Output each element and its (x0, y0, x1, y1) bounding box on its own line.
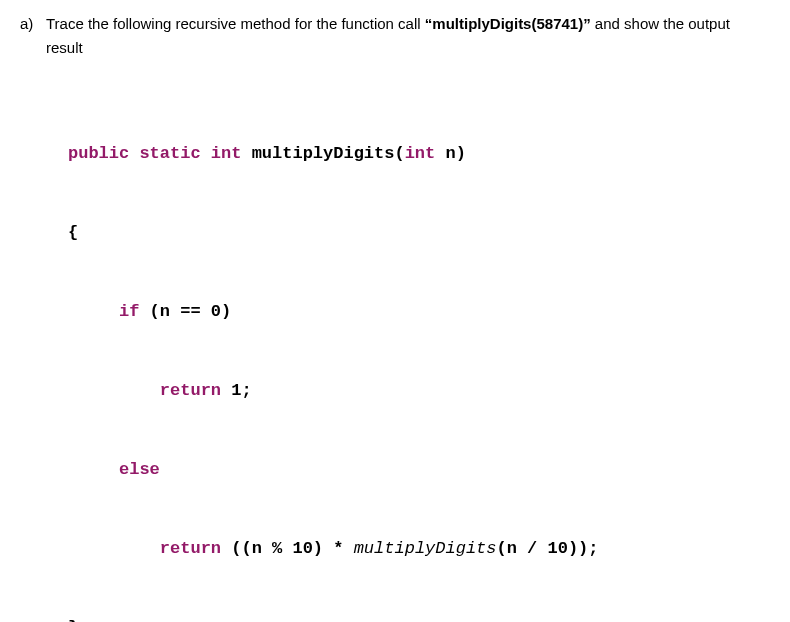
kw-return: return (160, 539, 221, 558)
question-a-text: a) Trace the following recursive method … (20, 12, 770, 60)
ret2-pre: ((n % 10) * (221, 539, 354, 558)
code-a-ret1: return 1; (68, 378, 770, 404)
prompt-a-call: “multiplyDigits(58741)” (425, 15, 591, 32)
question-a-prose: Trace the following recursive method for… (46, 12, 770, 60)
code-a-sig: public static int multiplyDigits(int n) (68, 141, 770, 167)
ret2-post: (n / 10)); (497, 539, 599, 558)
code-a-close: } (68, 615, 770, 622)
question-a: a) Trace the following recursive method … (20, 12, 770, 622)
kw-if: if (119, 302, 139, 321)
fn-name: multiplyDigits( (252, 144, 405, 163)
code-a-ret2: return ((n % 10) * multiplyDigits(n / 10… (68, 536, 770, 562)
kw-else: else (119, 460, 160, 479)
question-a-label: a) (20, 12, 46, 36)
code-block-a: public static int multiplyDigits(int n) … (68, 88, 770, 622)
code-a-open: { (68, 220, 770, 246)
prompt-a-pre: Trace the following recursive method for… (46, 15, 425, 32)
kw-return: return (160, 381, 221, 400)
code-a-else: else (68, 457, 770, 483)
code-a-if: if (n == 0) (68, 299, 770, 325)
param-rest: n) (435, 144, 466, 163)
kw-public-static-int: public static int (68, 144, 252, 163)
ret1-rest: 1; (221, 381, 252, 400)
if-cond: (n == 0) (139, 302, 231, 321)
kw-int: int (405, 144, 436, 163)
recursive-call: multiplyDigits (354, 539, 497, 558)
